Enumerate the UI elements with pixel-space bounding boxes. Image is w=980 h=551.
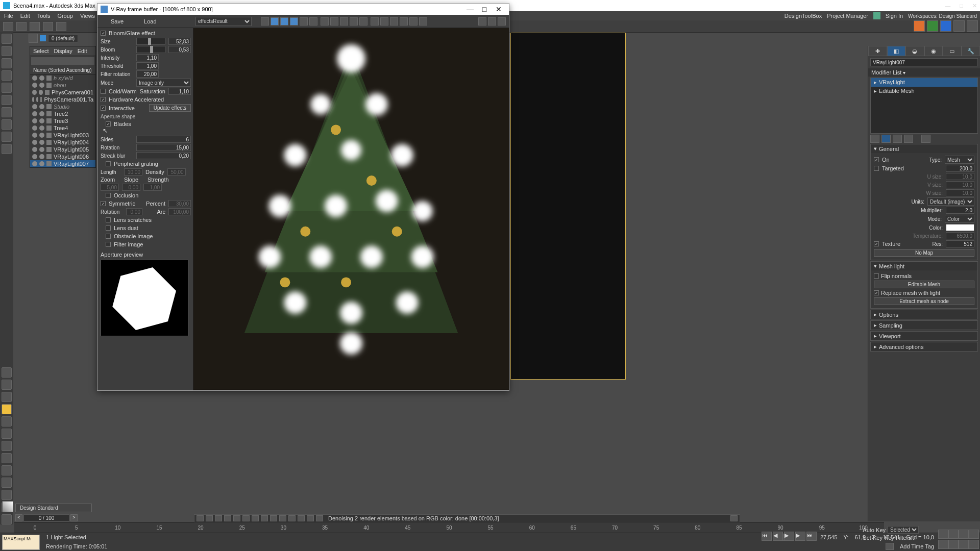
vfb-channel-dropdown[interactable]: effectsResult (195, 17, 252, 26)
extract-mesh-button[interactable]: Extract mesh as node (874, 297, 974, 305)
vfb-render-view[interactable] (193, 28, 509, 390)
bloom-slider[interactable] (136, 46, 165, 53)
show-end-result-icon[interactable] (881, 135, 891, 143)
vfb-titlebar[interactable]: V-Ray frame buffer - [100% of 800 x 900]… (97, 4, 509, 15)
flip-checkbox[interactable] (874, 273, 879, 279)
toolE-icon[interactable] (2, 429, 12, 439)
freeze-icon[interactable] (39, 140, 44, 145)
visibility-icon[interactable] (32, 140, 37, 145)
scene-item[interactable]: Tree4 (30, 124, 95, 132)
scene-item[interactable]: VRayLight004 (30, 139, 95, 146)
design-standard-dropdown[interactable]: Design Standard (15, 504, 92, 512)
add-time-tag[interactable]: Add Time Tag (900, 543, 934, 549)
configure-sets-icon[interactable] (921, 135, 930, 143)
aperture-rotation-value[interactable]: 15,00 (136, 144, 191, 151)
menu-projectmanager[interactable]: Project Manager (827, 13, 868, 19)
filterimg-checkbox[interactable] (106, 242, 111, 247)
create-icon[interactable] (2, 34, 12, 44)
se-tab-select[interactable]: Select (33, 48, 49, 54)
vfb-sb-icon6[interactable] (242, 515, 250, 521)
timeline-ruler[interactable]: 0510152025303540455055606570758085909510… (14, 522, 884, 533)
freeze-icon[interactable] (39, 147, 44, 152)
systems-icon[interactable] (2, 107, 12, 117)
nav-fov-icon[interactable] (969, 530, 979, 539)
menu-tools[interactable]: Tools (37, 13, 51, 19)
scene-item[interactable]: PhysCamera001 (30, 89, 95, 96)
nav-dolly-icon[interactable] (948, 540, 959, 549)
percent-value[interactable]: 30,00 (168, 200, 191, 207)
freeze-icon[interactable] (36, 97, 38, 102)
modifier-stack[interactable]: ▸VRayLight ▸Editable Mesh (870, 78, 978, 134)
rollout-viewport-title[interactable]: Viewport (879, 333, 901, 339)
vfb-region-icon[interactable] (371, 17, 379, 26)
bloom-checkbox[interactable]: ✓ (101, 31, 106, 36)
signin-link[interactable]: Sign In (886, 13, 903, 19)
nav-zoomext-icon[interactable] (959, 530, 969, 539)
freeze-icon[interactable] (39, 118, 44, 123)
toolJ-icon[interactable] (2, 490, 12, 500)
saturation-value[interactable]: 1,10 (168, 88, 191, 95)
visibility-icon[interactable] (32, 147, 37, 152)
unlink-icon[interactable] (43, 22, 53, 31)
scene-item[interactable]: Studio (30, 103, 95, 110)
vfb-maximize-button[interactable]: □ (477, 5, 492, 13)
goto-end-icon[interactable]: ⏭ (806, 532, 817, 541)
expand-icon[interactable] (2, 514, 12, 524)
vfb-alpha-icon[interactable] (300, 17, 308, 26)
freeze-icon[interactable] (39, 161, 44, 166)
modifier-list-dropdown[interactable]: Modifier List (871, 69, 901, 76)
freeze-icon[interactable] (39, 104, 44, 109)
freeze-icon[interactable] (39, 111, 44, 116)
rollout-meshlight-toggle[interactable]: ▾ (874, 263, 877, 269)
maximize-button[interactable]: □ (960, 3, 963, 9)
tab-create-icon[interactable]: ✚ (868, 46, 887, 56)
v-icon[interactable] (914, 20, 925, 32)
se-column-header[interactable]: Name (Sorted Ascending) (30, 66, 95, 74)
color-swatch[interactable] (946, 224, 974, 231)
play-icon[interactable]: ▶ (784, 532, 794, 541)
vfb-load-button[interactable]: Load (144, 18, 156, 24)
update-effects-button[interactable]: Update effects (149, 104, 191, 112)
vfb-b-icon[interactable] (290, 17, 298, 26)
length-value[interactable]: 10,00 (124, 168, 142, 176)
layout-preset[interactable]: 0 (default) (48, 35, 78, 42)
object-name-field[interactable]: VRayLight007 (870, 58, 978, 66)
x-value[interactable]: 27,545 (820, 534, 838, 540)
goto-start-icon[interactable]: ⏮ (762, 532, 772, 541)
next-frame-icon[interactable]: ▶ (795, 532, 805, 541)
vfb-show-corrections-icon[interactable] (488, 17, 496, 26)
freeze-icon[interactable] (39, 126, 44, 131)
sun-icon[interactable] (2, 404, 12, 414)
freeze-icon[interactable] (39, 76, 44, 81)
vfb-sb-icon12[interactable] (298, 515, 305, 521)
minimize-button[interactable]: — (945, 3, 950, 9)
freeze-icon[interactable] (39, 90, 43, 95)
tool10-icon[interactable] (2, 144, 12, 154)
tool9-icon[interactable] (2, 132, 12, 142)
vfb-sb-icon11[interactable] (288, 515, 296, 521)
type-dropdown[interactable]: Mesh (945, 156, 974, 164)
maxscript-listener[interactable]: MAXScript Mi (2, 535, 40, 550)
blades-checkbox[interactable]: ✓ (106, 121, 111, 127)
vfb-sb-icon14[interactable] (316, 515, 323, 521)
freeze-icon[interactable] (39, 154, 44, 159)
vfb-lens-effects-icon[interactable] (498, 17, 506, 26)
toolD-icon[interactable] (2, 416, 12, 427)
res-value[interactable]: 512 (946, 240, 974, 247)
script-listener-icon[interactable] (886, 543, 894, 550)
vfb-copy-icon[interactable] (350, 17, 358, 26)
size-slider[interactable] (136, 38, 165, 45)
slope-value[interactable]: 0,00 (122, 184, 140, 191)
vfb-sb-expand-icon[interactable] (730, 515, 738, 521)
make-unique-icon[interactable] (893, 135, 902, 143)
helpers-icon[interactable] (2, 83, 12, 93)
vfb-clear-icon[interactable] (340, 17, 348, 26)
strength-value[interactable]: 1,00 (143, 184, 162, 191)
vfb-r-icon[interactable] (271, 17, 279, 26)
grid1-icon[interactable] (953, 20, 965, 32)
lightmode-dropdown[interactable]: Color (945, 215, 974, 223)
pin-stack-icon[interactable] (870, 135, 879, 143)
rollout-options-title[interactable]: Options (879, 312, 898, 318)
toolG-icon[interactable] (2, 453, 12, 463)
vfb-sb-icon13[interactable] (307, 515, 314, 521)
